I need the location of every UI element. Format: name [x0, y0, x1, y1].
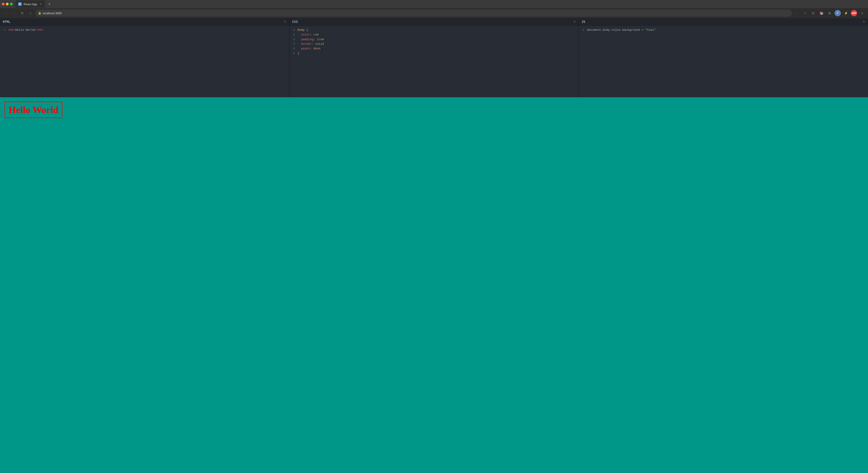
html-line-1: 1 <h1>Hello World</h1> [3, 28, 286, 33]
sidebar-toggle-button[interactable]: ⊞ [826, 10, 833, 16]
preview-area: Hello World [0, 97, 868, 473]
html-panel-header: HTML ✕ [0, 18, 289, 26]
html-panel-expand-button[interactable]: ✕ [283, 20, 287, 24]
css-panel-title: CSS [292, 20, 298, 24]
forward-button[interactable]: › [11, 10, 17, 16]
css-panel-expand-button[interactable]: ✕ [572, 20, 577, 24]
fullscreen-window-button[interactable] [10, 3, 13, 5]
js-panel: JS ✕ 1 document.body.style.background = … [579, 18, 868, 97]
js-line-1: 1 document.body.style.background = "teal… [582, 28, 865, 33]
bookmark-button[interactable]: ⊟ [810, 10, 816, 16]
js-panel-title: JS [582, 20, 585, 24]
address-text: localhost:3000 [43, 11, 62, 15]
tab-favicon: R [18, 2, 22, 6]
back-button[interactable]: ‹ [3, 10, 9, 16]
css-line-1: 1 body { [292, 28, 576, 33]
css-panel: CSS ✕ 1 body { 2 color: red; 3 padding: … [289, 18, 579, 97]
css-line-5: 5 width: 60vh; [292, 46, 576, 51]
tab-title: React App [24, 2, 37, 6]
new-tab-button[interactable]: + [46, 1, 53, 7]
tab-bar: R React App × + [0, 0, 868, 8]
traffic-lights [2, 3, 13, 5]
address-bar[interactable]: 🔒 localhost:3000 [35, 9, 792, 17]
reload-button[interactable]: ↻ [19, 10, 25, 16]
pocket-button[interactable]: ☆ [802, 10, 808, 16]
toolbar: ‹ › ↻ ⌂ 🔒 localhost:3000 ··· ☆ ⊟ 📚 ⊞ [0, 8, 868, 18]
lock-icon: 🔒 [38, 11, 41, 15]
menu-button[interactable]: ≡ [859, 10, 865, 16]
js-panel-expand-button[interactable]: ✕ [862, 20, 866, 24]
css-panel-content[interactable]: 1 body { 2 color: red; 3 padding: 1rem; … [289, 26, 579, 97]
minimize-window-button[interactable] [6, 3, 9, 5]
html-panel-title: HTML [3, 20, 10, 24]
close-window-button[interactable] [2, 3, 4, 5]
css-line-2: 2 color: red; [292, 33, 576, 37]
extensions-button[interactable]: ··· [794, 10, 800, 16]
js-panel-content[interactable]: 1 document.body.style.background = "teal… [579, 26, 868, 97]
adblock-button[interactable]: ABP [851, 10, 857, 16]
js-panel-header: JS ✕ [579, 18, 868, 26]
css-line-3: 3 padding: 1rem; [292, 37, 576, 42]
toolbar-right: ··· ☆ ⊟ 📚 ⊞ P ⚡ ABP ≡ [794, 10, 865, 16]
tab-close-button[interactable]: × [39, 2, 42, 6]
profile-button[interactable]: P [835, 10, 841, 16]
library-button[interactable]: 📚 [818, 10, 825, 16]
home-button[interactable]: ⌂ [27, 10, 33, 16]
preview-h1: Hello World [4, 102, 62, 118]
active-tab[interactable]: R React App × [16, 0, 45, 8]
html-panel-content[interactable]: 1 <h1>Hello World</h1> [0, 26, 289, 97]
html-panel: HTML ✕ 1 <h1>Hello World</h1> [0, 18, 289, 97]
css-line-6: 6 } [292, 51, 576, 56]
code-panels: HTML ✕ 1 <h1>Hello World</h1> CSS ✕ 1 bo… [0, 18, 868, 97]
sync-button[interactable]: ⚡ [843, 10, 849, 16]
css-panel-header: CSS ✕ [289, 18, 579, 26]
css-line-4: 4 border: solid; [292, 42, 576, 46]
browser-chrome: R React App × + ‹ › ↻ ⌂ 🔒 localhost:3000 [0, 0, 868, 18]
